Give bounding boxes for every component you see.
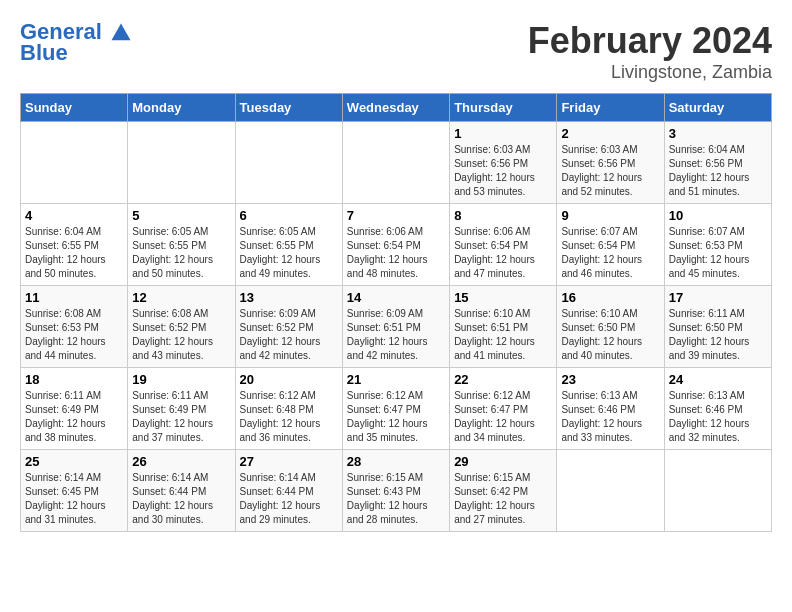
subtitle: Livingstone, Zambia: [528, 62, 772, 83]
header-friday: Friday: [557, 94, 664, 122]
cell-3-3: 21Sunrise: 6:12 AM Sunset: 6:47 PM Dayli…: [342, 368, 449, 450]
header-wednesday: Wednesday: [342, 94, 449, 122]
day-info: Sunrise: 6:08 AM Sunset: 6:53 PM Dayligh…: [25, 307, 123, 363]
day-number: 18: [25, 372, 123, 387]
day-number: 14: [347, 290, 445, 305]
cell-3-6: 24Sunrise: 6:13 AM Sunset: 6:46 PM Dayli…: [664, 368, 771, 450]
cell-0-5: 2Sunrise: 6:03 AM Sunset: 6:56 PM Daylig…: [557, 122, 664, 204]
day-info: Sunrise: 6:14 AM Sunset: 6:44 PM Dayligh…: [132, 471, 230, 527]
cell-1-2: 6Sunrise: 6:05 AM Sunset: 6:55 PM Daylig…: [235, 204, 342, 286]
cell-4-6: [664, 450, 771, 532]
week-row-4: 18Sunrise: 6:11 AM Sunset: 6:49 PM Dayli…: [21, 368, 772, 450]
cell-3-5: 23Sunrise: 6:13 AM Sunset: 6:46 PM Dayli…: [557, 368, 664, 450]
day-number: 28: [347, 454, 445, 469]
day-info: Sunrise: 6:04 AM Sunset: 6:55 PM Dayligh…: [25, 225, 123, 281]
cell-4-1: 26Sunrise: 6:14 AM Sunset: 6:44 PM Dayli…: [128, 450, 235, 532]
day-info: Sunrise: 6:03 AM Sunset: 6:56 PM Dayligh…: [561, 143, 659, 199]
cell-2-6: 17Sunrise: 6:11 AM Sunset: 6:50 PM Dayli…: [664, 286, 771, 368]
cell-2-1: 12Sunrise: 6:08 AM Sunset: 6:52 PM Dayli…: [128, 286, 235, 368]
cell-4-3: 28Sunrise: 6:15 AM Sunset: 6:43 PM Dayli…: [342, 450, 449, 532]
logo: General Blue: [20, 20, 132, 66]
day-number: 25: [25, 454, 123, 469]
day-info: Sunrise: 6:05 AM Sunset: 6:55 PM Dayligh…: [132, 225, 230, 281]
day-number: 19: [132, 372, 230, 387]
cell-4-4: 29Sunrise: 6:15 AM Sunset: 6:42 PM Dayli…: [450, 450, 557, 532]
day-info: Sunrise: 6:03 AM Sunset: 6:56 PM Dayligh…: [454, 143, 552, 199]
cell-1-0: 4Sunrise: 6:04 AM Sunset: 6:55 PM Daylig…: [21, 204, 128, 286]
cell-2-2: 13Sunrise: 6:09 AM Sunset: 6:52 PM Dayli…: [235, 286, 342, 368]
day-info: Sunrise: 6:09 AM Sunset: 6:51 PM Dayligh…: [347, 307, 445, 363]
day-number: 6: [240, 208, 338, 223]
week-row-2: 4Sunrise: 6:04 AM Sunset: 6:55 PM Daylig…: [21, 204, 772, 286]
day-number: 24: [669, 372, 767, 387]
week-row-3: 11Sunrise: 6:08 AM Sunset: 6:53 PM Dayli…: [21, 286, 772, 368]
cell-1-5: 9Sunrise: 6:07 AM Sunset: 6:54 PM Daylig…: [557, 204, 664, 286]
day-info: Sunrise: 6:12 AM Sunset: 6:48 PM Dayligh…: [240, 389, 338, 445]
day-number: 3: [669, 126, 767, 141]
svg-marker-0: [112, 24, 131, 41]
cell-3-2: 20Sunrise: 6:12 AM Sunset: 6:48 PM Dayli…: [235, 368, 342, 450]
day-number: 10: [669, 208, 767, 223]
day-number: 7: [347, 208, 445, 223]
cell-3-0: 18Sunrise: 6:11 AM Sunset: 6:49 PM Dayli…: [21, 368, 128, 450]
day-info: Sunrise: 6:15 AM Sunset: 6:43 PM Dayligh…: [347, 471, 445, 527]
cell-1-4: 8Sunrise: 6:06 AM Sunset: 6:54 PM Daylig…: [450, 204, 557, 286]
day-number: 9: [561, 208, 659, 223]
day-number: 27: [240, 454, 338, 469]
day-info: Sunrise: 6:14 AM Sunset: 6:44 PM Dayligh…: [240, 471, 338, 527]
day-number: 22: [454, 372, 552, 387]
day-info: Sunrise: 6:11 AM Sunset: 6:49 PM Dayligh…: [25, 389, 123, 445]
day-number: 16: [561, 290, 659, 305]
week-row-1: 1Sunrise: 6:03 AM Sunset: 6:56 PM Daylig…: [21, 122, 772, 204]
day-number: 8: [454, 208, 552, 223]
day-info: Sunrise: 6:05 AM Sunset: 6:55 PM Dayligh…: [240, 225, 338, 281]
day-info: Sunrise: 6:13 AM Sunset: 6:46 PM Dayligh…: [561, 389, 659, 445]
day-info: Sunrise: 6:04 AM Sunset: 6:56 PM Dayligh…: [669, 143, 767, 199]
day-info: Sunrise: 6:14 AM Sunset: 6:45 PM Dayligh…: [25, 471, 123, 527]
day-number: 4: [25, 208, 123, 223]
cell-0-1: [128, 122, 235, 204]
logo-icon: [110, 22, 132, 44]
main-title: February 2024: [528, 20, 772, 62]
header-row: Sunday Monday Tuesday Wednesday Thursday…: [21, 94, 772, 122]
day-info: Sunrise: 6:11 AM Sunset: 6:49 PM Dayligh…: [132, 389, 230, 445]
header-tuesday: Tuesday: [235, 94, 342, 122]
cell-2-4: 15Sunrise: 6:10 AM Sunset: 6:51 PM Dayli…: [450, 286, 557, 368]
cell-2-3: 14Sunrise: 6:09 AM Sunset: 6:51 PM Dayli…: [342, 286, 449, 368]
cell-4-0: 25Sunrise: 6:14 AM Sunset: 6:45 PM Dayli…: [21, 450, 128, 532]
cell-1-1: 5Sunrise: 6:05 AM Sunset: 6:55 PM Daylig…: [128, 204, 235, 286]
day-info: Sunrise: 6:06 AM Sunset: 6:54 PM Dayligh…: [347, 225, 445, 281]
day-number: 5: [132, 208, 230, 223]
header-sunday: Sunday: [21, 94, 128, 122]
header-monday: Monday: [128, 94, 235, 122]
day-info: Sunrise: 6:12 AM Sunset: 6:47 PM Dayligh…: [454, 389, 552, 445]
day-info: Sunrise: 6:10 AM Sunset: 6:50 PM Dayligh…: [561, 307, 659, 363]
day-info: Sunrise: 6:07 AM Sunset: 6:53 PM Dayligh…: [669, 225, 767, 281]
cell-4-5: [557, 450, 664, 532]
day-info: Sunrise: 6:11 AM Sunset: 6:50 PM Dayligh…: [669, 307, 767, 363]
header-thursday: Thursday: [450, 94, 557, 122]
week-row-5: 25Sunrise: 6:14 AM Sunset: 6:45 PM Dayli…: [21, 450, 772, 532]
day-number: 20: [240, 372, 338, 387]
cell-1-6: 10Sunrise: 6:07 AM Sunset: 6:53 PM Dayli…: [664, 204, 771, 286]
day-info: Sunrise: 6:07 AM Sunset: 6:54 PM Dayligh…: [561, 225, 659, 281]
cell-3-1: 19Sunrise: 6:11 AM Sunset: 6:49 PM Dayli…: [128, 368, 235, 450]
day-info: Sunrise: 6:15 AM Sunset: 6:42 PM Dayligh…: [454, 471, 552, 527]
cell-0-3: [342, 122, 449, 204]
day-number: 15: [454, 290, 552, 305]
day-info: Sunrise: 6:12 AM Sunset: 6:47 PM Dayligh…: [347, 389, 445, 445]
cell-0-6: 3Sunrise: 6:04 AM Sunset: 6:56 PM Daylig…: [664, 122, 771, 204]
day-info: Sunrise: 6:06 AM Sunset: 6:54 PM Dayligh…: [454, 225, 552, 281]
page-header: General Blue February 2024 Livingstone, …: [20, 20, 772, 83]
day-number: 29: [454, 454, 552, 469]
day-info: Sunrise: 6:10 AM Sunset: 6:51 PM Dayligh…: [454, 307, 552, 363]
day-number: 2: [561, 126, 659, 141]
day-number: 17: [669, 290, 767, 305]
day-number: 21: [347, 372, 445, 387]
cell-2-5: 16Sunrise: 6:10 AM Sunset: 6:50 PM Dayli…: [557, 286, 664, 368]
day-number: 23: [561, 372, 659, 387]
day-number: 26: [132, 454, 230, 469]
day-info: Sunrise: 6:08 AM Sunset: 6:52 PM Dayligh…: [132, 307, 230, 363]
day-number: 1: [454, 126, 552, 141]
day-info: Sunrise: 6:09 AM Sunset: 6:52 PM Dayligh…: [240, 307, 338, 363]
